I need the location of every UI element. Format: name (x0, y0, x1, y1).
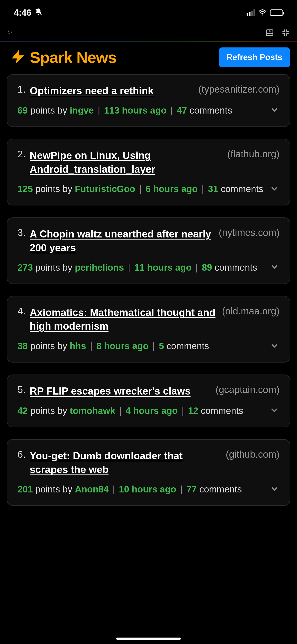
post-list: 1. Optimizers need a rethink (typesaniti… (0, 74, 297, 506)
points-label: points by (36, 484, 75, 494)
post-age: 10 hours ago (119, 484, 176, 494)
cellular-signal-icon (246, 9, 255, 16)
post-comment-count[interactable]: 31 (208, 184, 218, 194)
post-card: 4. Axiomatics: Mathematical thought and … (7, 296, 290, 362)
post-card: 5. RP FLIP escapes wrecker's claws (gcap… (7, 374, 290, 427)
post-rank: 6. (18, 449, 26, 460)
post-title-link[interactable]: NewPipe on Linux, Using Android_translat… (30, 148, 222, 176)
post-title-link[interactable]: A Chopin waltz unearthed after nearly 20… (30, 227, 213, 254)
post-meta: 125 points by FuturisticGoo | 6 hours ag… (18, 182, 263, 196)
post-age: 6 hours ago (146, 184, 198, 194)
post-age: 4 hours ago (126, 406, 178, 416)
post-domain: (nytimes.com) (219, 227, 280, 238)
sparkle-icon[interactable] (7, 30, 13, 37)
post-points: 201 (18, 484, 33, 494)
post-rank: 5. (18, 384, 26, 395)
post-meta: 38 points by hhs | 8 hours ago | 5 comme… (18, 339, 209, 353)
status-bar: 4:46 (0, 0, 297, 25)
post-card: 2. NewPipe on Linux, Using Android_trans… (7, 139, 290, 206)
comments-label: comments (221, 184, 264, 194)
post-rank: 4. (18, 306, 26, 317)
points-label: points by (36, 184, 75, 194)
chevron-down-icon[interactable] (269, 262, 280, 273)
post-meta: 69 points by ingve | 113 hours ago | 47 … (18, 104, 232, 117)
points-label: points by (30, 406, 70, 416)
post-points: 273 (18, 262, 33, 272)
post-comment-count[interactable]: 77 (186, 484, 197, 494)
post-domain: (gcaptain.com) (216, 384, 280, 395)
post-author[interactable]: tomohawk (70, 406, 115, 416)
points-label: points by (30, 341, 70, 351)
svg-marker-7 (12, 51, 24, 63)
points-label: points by (30, 105, 70, 116)
status-left: 4:46 (14, 8, 42, 18)
svg-point-4 (8, 33, 10, 34)
status-right (246, 8, 283, 18)
post-author[interactable]: FuturisticGoo (75, 184, 135, 194)
post-card: 1. Optimizers need a rethink (typesaniti… (7, 74, 290, 127)
post-age: 8 hours ago (96, 341, 149, 351)
post-rank: 2. (18, 148, 26, 160)
comments-label: comments (166, 341, 209, 351)
post-comment-count[interactable]: 12 (188, 406, 198, 416)
home-indicator (116, 638, 181, 640)
post-rank: 3. (18, 227, 26, 238)
chevron-down-icon[interactable] (269, 183, 280, 194)
svg-point-3 (10, 32, 12, 33)
comments-label: comments (200, 484, 242, 494)
chevron-down-icon[interactable] (269, 340, 280, 352)
post-card: 6. You-get: Dumb downloader that scrapes… (7, 439, 290, 506)
svg-point-1 (262, 14, 263, 16)
post-author[interactable]: perihelions (75, 262, 124, 272)
battery-icon (270, 10, 283, 16)
post-age: 11 hours ago (134, 262, 192, 272)
bell-silenced-icon (34, 8, 42, 18)
chevron-down-icon[interactable] (269, 105, 280, 116)
comments-label: comments (214, 262, 257, 272)
post-points: 69 (18, 105, 28, 116)
status-time: 4:46 (14, 8, 31, 18)
minimize-icon[interactable] (281, 28, 290, 38)
post-title-link[interactable]: Optimizers need a rethink (30, 84, 154, 98)
app-title: Spark News (10, 48, 116, 66)
post-domain: (github.com) (226, 449, 280, 460)
page-title: Spark News (30, 48, 116, 66)
post-author[interactable]: ingve (70, 105, 94, 116)
panel-icon[interactable] (265, 28, 274, 38)
post-comment-count[interactable]: 89 (202, 262, 212, 272)
wifi-icon (258, 8, 266, 18)
post-title-link[interactable]: You-get: Dumb downloader that scrapes th… (30, 449, 220, 476)
comments-label: comments (190, 105, 232, 116)
svg-point-2 (8, 31, 9, 32)
bolt-icon (10, 50, 25, 65)
comments-label: comments (201, 406, 243, 416)
post-title-link[interactable]: Axiomatics: Mathematical thought and hig… (30, 306, 216, 333)
post-age: 113 hours ago (104, 105, 166, 116)
app-header: Spark News Refresh Posts (0, 42, 297, 74)
post-domain: (flathub.org) (228, 148, 280, 160)
post-comment-count[interactable]: 47 (177, 105, 187, 116)
post-points: 125 (18, 184, 33, 194)
post-rank: 1. (18, 84, 26, 95)
post-meta: 273 points by perihelions | 11 hours ago… (18, 260, 257, 274)
post-domain: (typesanitizer.com) (198, 84, 280, 95)
chevron-down-icon[interactable] (269, 484, 280, 495)
post-domain: (old.maa.org) (222, 306, 280, 317)
post-comment-count[interactable]: 5 (159, 341, 164, 351)
post-points: 38 (18, 341, 28, 351)
chevron-down-icon[interactable] (269, 405, 280, 416)
post-author[interactable]: Anon84 (75, 484, 109, 494)
points-label: points by (36, 262, 75, 272)
post-meta: 201 points by Anon84 | 10 hours ago | 77… (18, 482, 242, 496)
post-author[interactable]: hhs (70, 341, 86, 351)
post-meta: 42 points by tomohawk | 4 hours ago | 12… (18, 404, 243, 418)
app-toolbar (0, 25, 297, 42)
refresh-posts-button[interactable]: Refresh Posts (219, 48, 290, 67)
post-card: 3. A Chopin waltz unearthed after nearly… (7, 218, 290, 284)
post-title-link[interactable]: RP FLIP escapes wrecker's claws (30, 384, 191, 398)
post-points: 42 (18, 406, 28, 416)
